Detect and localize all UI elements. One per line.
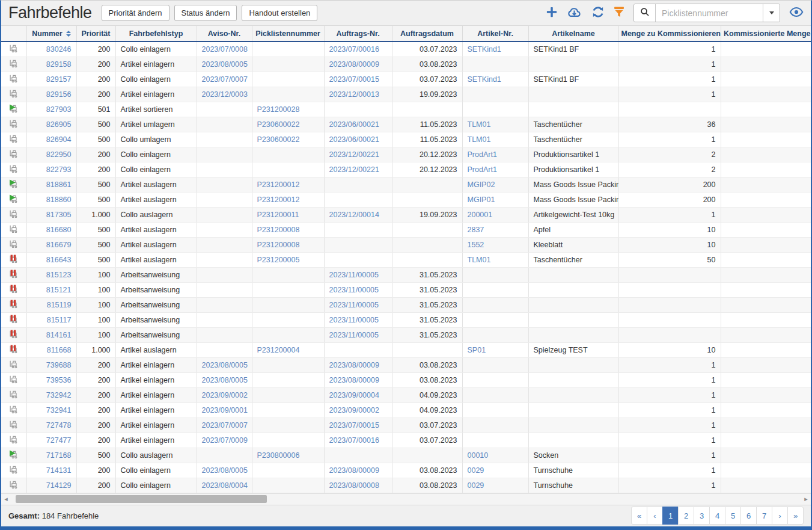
create-handout-button[interactable]: Handout erstellen xyxy=(242,5,317,21)
artikel-nr-link[interactable]: TLM01 xyxy=(468,256,491,264)
aviso-nr-link[interactable]: 2023/09/0001 xyxy=(202,406,248,414)
page-button-7[interactable]: 7 xyxy=(756,507,772,525)
refresh-button[interactable] xyxy=(591,5,605,20)
artikel-nr-link[interactable]: TLM01 xyxy=(468,135,491,144)
table-row[interactable]: 826904500Collo umlagernP2306000222023/06… xyxy=(1,132,811,147)
auftrags-nr-link[interactable]: 2023/11/00005 xyxy=(329,301,379,309)
table-row[interactable]: 827903501Artikel sortierenP231200028 xyxy=(1,102,811,117)
page-next-button[interactable]: › xyxy=(772,507,788,525)
auftrags-nr-link[interactable]: 2023/08/00009 xyxy=(329,376,379,384)
page-button-6[interactable]: 6 xyxy=(740,507,757,525)
nummer-link[interactable]: 829156 xyxy=(46,90,72,99)
table-row[interactable]: 829156200Artikel einlagern2023/12/000320… xyxy=(1,87,811,102)
picklistennummer-link[interactable]: P231200004 xyxy=(257,346,300,354)
page-button-1[interactable]: 1 xyxy=(662,507,679,525)
table-row[interactable]: 714131200Collo einlagern2023/08/00052023… xyxy=(1,463,811,478)
search-input[interactable] xyxy=(656,4,763,22)
nummer-link[interactable]: 815119 xyxy=(47,301,72,309)
artikel-nr-link[interactable]: MGIP02 xyxy=(468,180,495,189)
nummer-link[interactable]: 727477 xyxy=(46,436,72,445)
nummer-link[interactable]: 727478 xyxy=(46,421,72,430)
scroll-left-arrow-icon[interactable]: ◂ xyxy=(1,495,11,503)
download-button[interactable] xyxy=(567,6,582,20)
view-columns-button[interactable] xyxy=(789,7,804,19)
nummer-link[interactable]: 815123 xyxy=(46,271,72,279)
auftrags-nr-link[interactable]: 2023/12/00013 xyxy=(329,90,379,99)
picklistennummer-link[interactable]: P231200011 xyxy=(257,211,299,219)
table-row[interactable]: 727477200Artikel einlagern2023/07/000920… xyxy=(1,433,811,448)
nummer-link[interactable]: 814161 xyxy=(46,331,72,339)
table-row[interactable]: 816643500Artikel auslagernP231200005TLM0… xyxy=(1,252,811,267)
table-row[interactable]: 816680500Artikel auslagernP2312000082837… xyxy=(1,222,811,237)
aviso-nr-link[interactable]: 2023/08/0005 xyxy=(202,60,248,69)
column-header-artikelname[interactable]: Artikelname xyxy=(528,26,618,42)
auftrags-nr-link[interactable]: 2023/11/00005 xyxy=(329,331,379,339)
add-button[interactable] xyxy=(546,6,558,20)
scrollbar-thumb[interactable] xyxy=(16,495,267,503)
column-header-kommissionierte-menge[interactable]: Kommissionierte Menge xyxy=(721,26,811,42)
table-row[interactable]: 826905500Artikel umlagernP2306000222023/… xyxy=(1,117,811,132)
artikel-nr-link[interactable]: TLM01 xyxy=(468,120,491,129)
column-header-auftragsdatum[interactable]: Auftragsdatum xyxy=(392,26,462,42)
column-header-fahrbefehlstyp[interactable]: Fahrbefehlstyp xyxy=(115,26,197,42)
nummer-link[interactable]: 826904 xyxy=(46,135,72,144)
column-header-prioritaet[interactable]: Priorität xyxy=(76,26,115,42)
artikel-nr-link[interactable]: ProdArt1 xyxy=(468,150,497,159)
artikel-nr-link[interactable]: ProdArt1 xyxy=(468,165,497,174)
aviso-nr-link[interactable]: 2023/07/0007 xyxy=(202,75,248,84)
filter-button[interactable] xyxy=(614,6,624,20)
table-row[interactable]: 818860500Artikel auslagernP231200012MGIP… xyxy=(1,192,811,207)
picklistennummer-link[interactable]: P231200012 xyxy=(257,180,300,189)
auftrags-nr-link[interactable]: 2023/11/00005 xyxy=(329,271,379,279)
nummer-link[interactable]: 811668 xyxy=(47,346,72,354)
nummer-link[interactable]: 817305 xyxy=(46,211,72,219)
table-row[interactable]: 815119100Arbeitsanweisung2023/11/0000531… xyxy=(1,297,811,312)
search-field-dropdown[interactable] xyxy=(763,4,780,22)
picklistennummer-link[interactable]: P231200005 xyxy=(257,256,300,264)
artikel-nr-link[interactable]: 0029 xyxy=(468,466,484,475)
nummer-link[interactable]: 739688 xyxy=(46,361,72,369)
auftrags-nr-link[interactable]: 2023/08/00009 xyxy=(329,466,379,475)
table-row[interactable]: 739536200Artikel einlagern2023/08/000520… xyxy=(1,372,811,387)
nummer-link[interactable]: 818861 xyxy=(46,180,72,189)
auftrags-nr-link[interactable]: 2023/12/00221 xyxy=(329,165,379,174)
picklistennummer-link[interactable]: P231200008 xyxy=(257,226,300,234)
artikel-nr-link[interactable]: 00010 xyxy=(468,451,489,460)
picklistennummer-link[interactable]: P231200012 xyxy=(257,196,300,204)
artikel-nr-link[interactable]: 200001 xyxy=(468,211,493,219)
auftrags-nr-link[interactable]: 2023/09/00002 xyxy=(329,406,379,414)
auftrags-nr-link[interactable]: 2023/12/00221 xyxy=(329,150,379,159)
table-row[interactable]: 714129200Collo einlagern2023/08/00042023… xyxy=(1,478,811,493)
table-row[interactable]: 815121100Arbeitsanweisung2023/11/0000531… xyxy=(1,282,811,297)
aviso-nr-link[interactable]: 2023/08/0005 xyxy=(202,466,248,475)
picklistennummer-link[interactable]: P230600022 xyxy=(257,135,300,144)
aviso-nr-link[interactable]: 2023/08/0005 xyxy=(202,361,248,369)
table-row[interactable]: 8116681.000Artikel auslagernP231200004SP… xyxy=(1,342,811,357)
table-row[interactable]: 829157200Collo einlagern2023/07/00072023… xyxy=(1,72,811,87)
nummer-link[interactable]: 830246 xyxy=(46,45,72,54)
table-row[interactable]: 739688200Artikel einlagern2023/08/000520… xyxy=(1,357,811,372)
artikel-nr-link[interactable]: 1552 xyxy=(468,241,484,249)
auftrags-nr-link[interactable]: 2023/09/00004 xyxy=(329,391,379,399)
auftrags-nr-link[interactable]: 2023/07/00015 xyxy=(329,75,379,84)
page-button-3[interactable]: 3 xyxy=(694,507,710,525)
aviso-nr-link[interactable]: 2023/07/0009 xyxy=(202,436,248,445)
auftrags-nr-link[interactable]: 2023/07/00016 xyxy=(329,45,379,54)
nummer-link[interactable]: 732942 xyxy=(46,391,72,399)
aviso-nr-link[interactable]: 2023/08/0004 xyxy=(202,481,248,490)
picklistennummer-link[interactable]: P231200008 xyxy=(257,241,300,249)
change-status-button[interactable]: Status ändern xyxy=(174,5,237,21)
nummer-link[interactable]: 829158 xyxy=(46,60,72,69)
aviso-nr-link[interactable]: 2023/12/0003 xyxy=(202,90,248,99)
auftrags-nr-link[interactable]: 2023/12/00014 xyxy=(329,211,379,219)
search-button[interactable] xyxy=(634,4,656,22)
table-row[interactable]: 727478200Artikel einlagern2023/07/000720… xyxy=(1,418,811,433)
auftrags-nr-link[interactable]: 2023/07/00016 xyxy=(329,436,379,445)
table-row[interactable]: 814161100Arbeitsanweisung2023/11/0000531… xyxy=(1,327,811,342)
column-header-auftrags-nr[interactable]: Auftrags-Nr. xyxy=(324,26,392,42)
nummer-link[interactable]: 829157 xyxy=(46,75,72,84)
nummer-link[interactable]: 732941 xyxy=(46,406,72,414)
page-button-5[interactable]: 5 xyxy=(725,507,741,525)
column-header-artikel-nr[interactable]: Artikel-Nr. xyxy=(462,26,528,42)
nummer-link[interactable]: 822793 xyxy=(46,165,72,174)
